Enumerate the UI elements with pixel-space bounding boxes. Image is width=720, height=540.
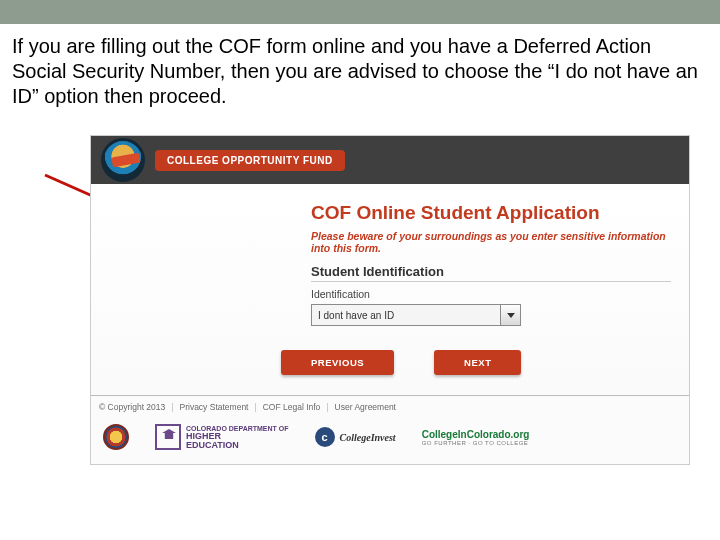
footer-link-agreement[interactable]: User Agreement [335,402,396,412]
identification-select-value: I dont have an ID [311,304,501,326]
collegeinvest-icon: c [315,427,335,447]
previous-button[interactable]: PREVIOUS [281,350,394,375]
footer-separator: | [171,402,173,412]
page-title: COF Online Student Application [311,202,671,224]
nav-button-row: PREVIOUS NEXT [281,350,671,375]
instruction-paragraph: If you are filling out the COF form onli… [0,24,720,109]
cic-tagline: GO FURTHER · GO TO COLLEGE [422,440,529,446]
higher-ed-icon [155,424,181,450]
cof-logo-icon [101,138,145,182]
section-heading: Student Identification [311,264,671,279]
footer-link-legal[interactable]: COF Legal Info [263,402,321,412]
cic-main-text: CollegeInColorado [422,429,511,440]
identification-label: Identification [311,288,671,300]
colorado-seal-logo [103,424,129,450]
form-body: COF Online Student Application Please be… [91,184,689,395]
chevron-down-icon [507,313,515,318]
site-header: COLLEGE OPPORTUNITY FUND [91,136,689,184]
next-button[interactable]: NEXT [434,350,521,375]
footer-separator: | [254,402,256,412]
footer-separator: | [326,402,328,412]
footer-copyright: © Copyright 2013 [99,402,165,412]
footer-link-privacy[interactable]: Privacy Statement [180,402,249,412]
state-seal-icon [103,424,129,450]
embedded-screenshot: COLLEGE OPPORTUNITY FUND COF Online Stud… [90,135,690,465]
collegeinvest-text: CollegeInvest [340,432,396,443]
slide-top-accent [0,0,720,24]
select-dropdown-button[interactable] [501,304,521,326]
warning-text: Please beware of your surroundings as yo… [311,230,671,254]
site-footer: © Copyright 2013 | Privacy Statement | C… [91,395,689,464]
footer-logo-strip: COLORADO DEPARTMENT OF HIGHER EDUCATION … [91,418,689,464]
header-title-pill: COLLEGE OPPORTUNITY FUND [155,150,345,171]
svg-marker-2 [507,313,515,318]
cic-suffix-text: .org [511,429,530,440]
footer-link-row: © Copyright 2013 | Privacy Statement | C… [91,396,689,418]
collegeincolorado-logo: CollegeInColorado.org GO FURTHER · GO TO… [422,429,530,446]
higher-education-logo: COLORADO DEPARTMENT OF HIGHER EDUCATION [155,424,289,450]
higher-ed-text-3: EDUCATION [186,441,289,450]
collegeinvest-logo: c CollegeInvest [315,427,396,447]
identification-select[interactable]: I dont have an ID [311,304,521,326]
section-divider [311,281,671,282]
